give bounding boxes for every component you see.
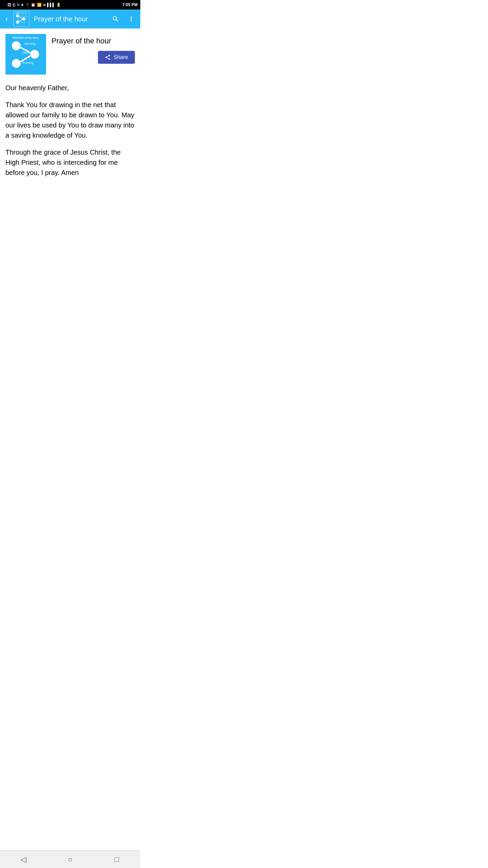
svg-text:PRAYER of the Hour: PRAYER of the Hour: [13, 36, 39, 39]
search-icon: [112, 15, 119, 23]
svg-text:Noon: Noon: [17, 19, 20, 20]
search-button[interactable]: [109, 13, 122, 25]
svg-point-4: [22, 17, 25, 20]
app-logo-svg: PRAYER of the Hour Morning Noon Evening: [14, 12, 29, 26]
status-time: 7:05 PM: [122, 2, 138, 7]
svg-rect-0: [14, 12, 29, 26]
share-icon: [105, 54, 111, 60]
prayer-paragraph-1: Thank You for drawing in the net that al…: [5, 100, 135, 140]
share-label: Share: [114, 54, 128, 60]
image-icon: 🖼: [7, 3, 11, 7]
svg-point-6: [16, 21, 19, 24]
nfc-icon: N: [17, 3, 19, 7]
prayer-logo: PRAYER of the Hour Morning Noon Evening: [5, 34, 46, 75]
svg-text:Evening: Evening: [22, 61, 34, 64]
share-container: Share: [52, 51, 135, 64]
prayer-greeting: Our heavenly Father,: [5, 83, 135, 93]
star-icon: ★: [21, 3, 24, 7]
svg-point-2: [16, 14, 19, 17]
time-display: 7:05 PM: [122, 2, 138, 7]
bluetooth-icon: B: [13, 2, 16, 7]
prayer-header: PRAYER of the Hour Morning Noon Evening …: [5, 34, 135, 75]
status-icons-left: ⋯ 🖼 B N ★ 📱 ⏰ 📶 ⊠ ▌▌▌ 🔋: [3, 2, 61, 7]
prayer-detail-title: Prayer of the hour: [52, 37, 135, 45]
svg-point-14: [12, 59, 21, 68]
main-content: PRAYER of the Hour Morning Noon Evening …: [0, 28, 140, 190]
app-icon: PRAYER of the Hour Morning Noon Evening: [13, 11, 29, 27]
svg-rect-10: [5, 34, 46, 75]
prayer-text: Our heavenly Father, Thank You for drawi…: [5, 80, 135, 178]
status-bar: ⋯ 🖼 B N ★ 📱 ⏰ 📶 ⊠ ▌▌▌ 🔋 7:05 PM: [0, 0, 140, 9]
app-bar-actions: [109, 13, 138, 25]
clock-icon: ⏰: [31, 3, 36, 7]
svg-text:PRAYER of the Hour: PRAYER of the Hour: [16, 13, 28, 14]
phone-icon: 📱: [25, 3, 29, 7]
prayer-info: Prayer of the hour Share: [46, 34, 135, 69]
svg-text:Morning: Morning: [24, 42, 36, 45]
app-bar-title: Prayer of the hour: [34, 15, 106, 23]
svg-text:Morning: Morning: [22, 16, 26, 17]
scan-icon: ⊠: [43, 3, 46, 7]
svg-text:Noon: Noon: [22, 51, 30, 54]
prayer-paragraph-2: Through the grace of Jesus Christ, the H…: [5, 147, 135, 178]
svg-point-13: [30, 50, 39, 59]
svg-text:Evening: Evening: [21, 22, 25, 23]
back-button[interactable]: ‹: [3, 12, 11, 26]
menu-icon: ⋯: [3, 3, 6, 7]
svg-point-12: [12, 41, 21, 50]
overflow-menu-button[interactable]: [125, 13, 138, 25]
prayer-logo-svg: PRAYER of the Hour Morning Noon Evening: [5, 34, 46, 75]
app-bar: ‹ PRAYER of the Hour Morning Noon Evenin…: [0, 9, 140, 28]
more-vert-icon: [127, 15, 135, 23]
signal-icon: ▌▌▌: [47, 3, 55, 7]
battery-icon: 🔋: [56, 3, 61, 7]
wifi-icon: 📶: [37, 3, 42, 7]
share-button[interactable]: Share: [98, 51, 135, 64]
